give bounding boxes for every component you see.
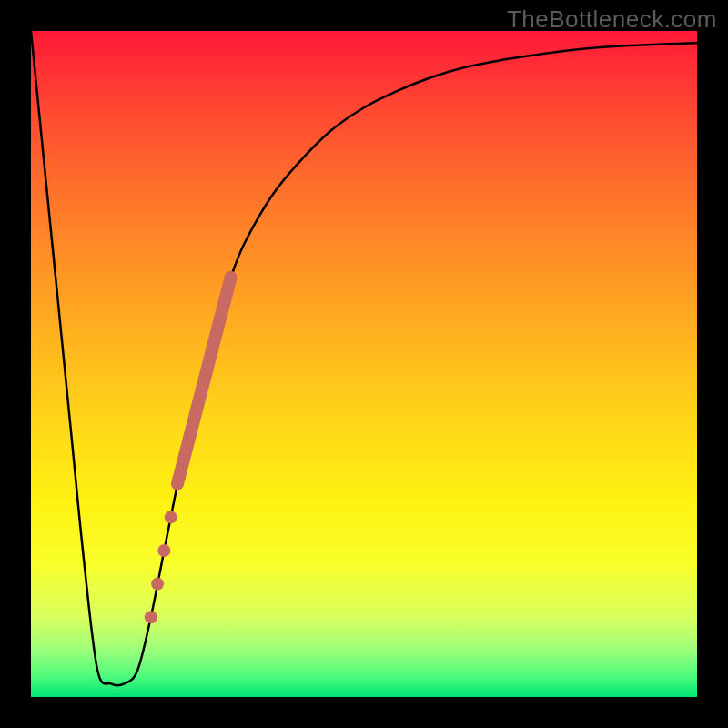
chart-frame: TheBottleneck.com [0, 0, 728, 728]
highlight-segment [177, 278, 231, 484]
chart-svg [31, 31, 697, 697]
highlight-dot [151, 578, 164, 591]
highlight-dot [157, 544, 170, 557]
watermark-text: TheBottleneck.com [507, 5, 717, 34]
bottleneck-curve [31, 31, 697, 685]
highlight-dot [165, 511, 177, 523]
plot-area [31, 31, 697, 697]
highlight-dot [145, 611, 157, 623]
